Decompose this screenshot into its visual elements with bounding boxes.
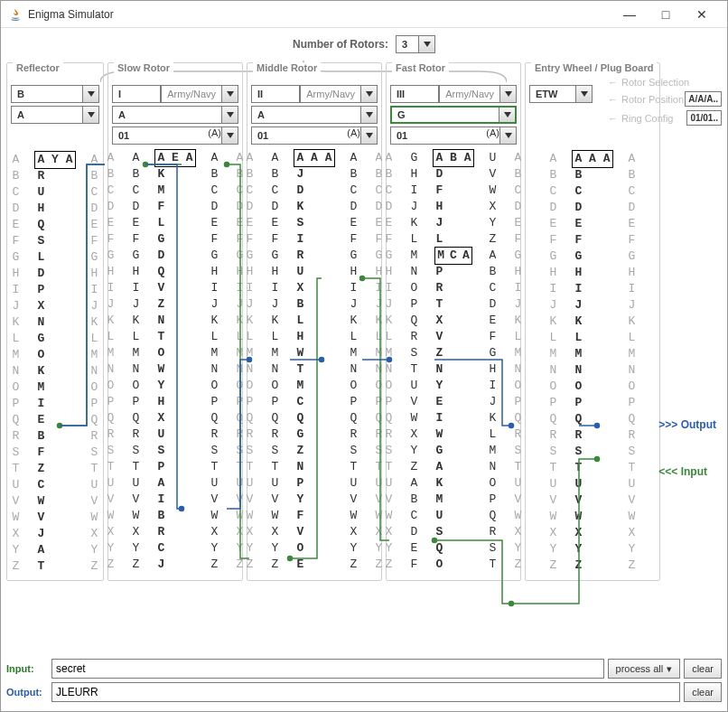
reflector-header: Reflector [13,62,63,73]
side-info: ←Rotor Selection ←Rotor PositionA/A/A.. … [608,77,722,126]
fast-rotor-select[interactable]: III [390,85,439,103]
slow-pos-select[interactable]: A [112,106,238,124]
panel-reflector: Reflector B A ABCDEFGHIJKLMNOPQRSTUVWXYZ… [6,62,104,581]
clear-output-button[interactable]: clear [684,682,722,702]
entry-select[interactable]: ETW [529,85,593,103]
ring-summary[interactable]: 01/01.. [686,110,722,126]
fast-header: Fast Rotor [392,62,449,73]
svg-point-1 [509,602,514,606]
middle-rotor-select[interactable]: II [251,85,300,103]
middle-wiring: ABCDEFGHIJKLMNOPQRSTUVWXYZABCDEFGHIJKLMN… [251,150,378,573]
arrow-left-icon: ← [608,77,618,88]
window-title: Enigma Simulator [28,8,611,21]
process-all-button[interactable]: process all▾ [608,659,681,679]
panel-fast-rotor: Fast Rotor III Army/Navy G 01(A) ABCDEFG… [386,62,521,581]
java-icon [8,7,23,22]
output-legend: >>> Output [658,418,716,431]
clear-input-button[interactable]: clear [684,659,722,679]
app-window: Enigma Simulator — □ ✕ Number of Rotors:… [0,0,728,712]
fast-type-select[interactable]: Army/Navy [439,85,517,103]
minimize-button[interactable]: — [611,2,648,27]
io-legend: >>> Output <<< Input [658,418,716,478]
rotor-selection-label: Rotor Selection [621,77,689,88]
ring-config-label: Ring Config [621,113,673,124]
panel-entry: Entry Wheel / Plug Board ETW ABCDEFGHIJK… [525,62,660,581]
close-button[interactable]: ✕ [684,2,720,27]
reflector-wiring: ABCDEFGHIJKLMNOPQRSTUVWXYZA Y ARUHQSLDPX… [11,152,99,575]
middle-type-select[interactable]: Army/Navy [300,85,378,103]
reflector-select[interactable]: B [11,85,99,103]
fast-wiring: ABCDEFGHIJKLMNOPQRSTUVWXYZGHIJKLMNOPQRST… [390,150,517,573]
panel-slow-rotor: Slow Rotor I Army/Navy A 01(A) ABCDEFGHI… [107,62,243,581]
entry-header: Entry Wheel / Plug Board [531,62,657,73]
slow-rotor-select[interactable]: I [112,85,161,103]
num-rotors-label: Number of Rotors: [293,38,388,51]
slow-wiring: ABCDEFGHIJKLMNOPQRSTUVWXYZABCDEFGHIJKLMN… [112,150,238,573]
bottom-bar: Input: process all▾ clear Output: clear [6,659,722,706]
middle-pos-select[interactable]: A [251,106,378,124]
input-field[interactable] [51,659,604,679]
reflector-pos-select[interactable]: A [11,106,99,124]
middle-ring-select[interactable]: 01(A) [251,126,378,145]
top-controls: Number of Rotors: 3 [1,28,727,57]
chevron-down-icon [418,36,434,52]
fast-ring-select[interactable]: 01(A) [390,126,517,145]
slow-header: Slow Rotor [114,62,173,73]
fast-pos-select[interactable]: G [390,106,517,124]
entry-wiring: ABCDEFGHIJKLMNOPQRSTUVWXYZA A ABCDEFGHIJ… [529,151,656,574]
slow-ring-select[interactable]: 01(A) [112,126,238,145]
input-label: Input: [6,663,48,674]
main-area: Reflector B A ABCDEFGHIJKLMNOPQRSTUVWXYZ… [1,57,727,585]
panel-middle-rotor: Middle Rotor II Army/Navy A 01(A) ABCDEF… [247,62,382,581]
rotor-position-label: Rotor Position [621,94,684,105]
middle-header: Middle Rotor [253,62,321,73]
output-label: Output: [6,687,48,698]
input-legend: <<< Input [658,465,716,478]
num-rotors-select[interactable]: 3 [396,35,435,53]
slow-type-select[interactable]: Army/Navy [161,85,238,103]
maximize-button[interactable]: □ [648,2,684,27]
position-summary[interactable]: A/A/A.. [685,91,722,107]
output-field[interactable] [51,682,680,702]
titlebar: Enigma Simulator — □ ✕ [1,1,727,28]
